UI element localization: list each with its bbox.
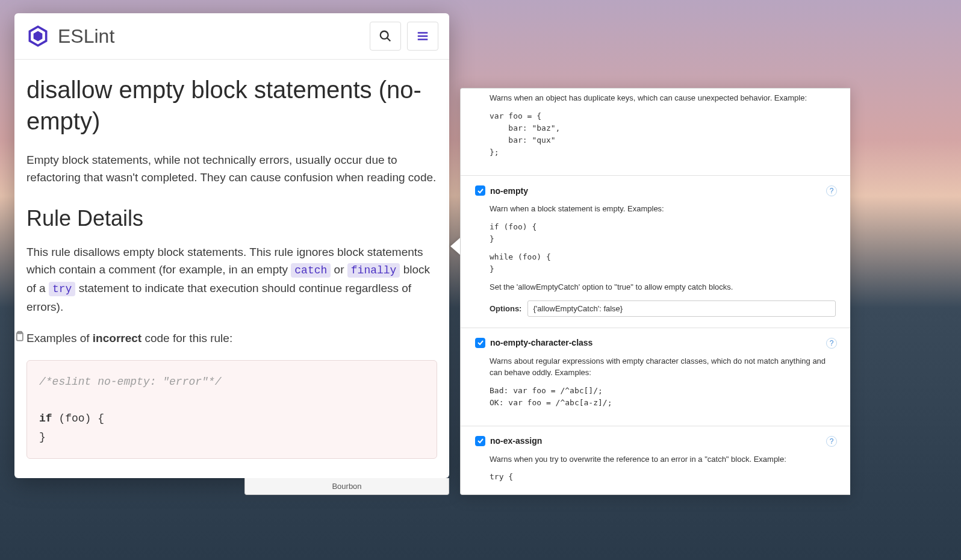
search-icon (379, 30, 392, 43)
help-icon[interactable]: ? (826, 338, 837, 349)
panel-pointer-arrow (450, 238, 460, 255)
header-buttons (370, 22, 438, 51)
eslint-docs-panel: ESLint disallow empty block statements (… (14, 13, 449, 478)
bourbon-tab-label[interactable]: Bourbon (244, 478, 449, 495)
svg-line-3 (387, 38, 391, 42)
hamburger-icon (416, 30, 429, 43)
check-icon (477, 339, 484, 346)
rule-code-example: if (foo) { } (490, 221, 836, 245)
rule-details-heading: Rule Details (26, 206, 437, 231)
rule-description: Warns when you try to overwrite the refe… (490, 453, 836, 465)
svg-point-2 (381, 31, 388, 39)
check-icon (477, 437, 484, 444)
svg-marker-1 (34, 31, 43, 42)
code-comment: /*eslint no-empty: "error"*/ (39, 376, 221, 388)
rule-name: no-empty-character-class (490, 338, 592, 347)
code-example-block: /*eslint no-empty: "error"*/ if (foo) { … (26, 360, 437, 459)
rule-header: no-ex-assign (475, 436, 836, 446)
finally-keyword: finally (347, 263, 400, 278)
docs-header: ESLint (14, 13, 449, 60)
rule-code-example: var foo = { bar: "baz", bar: "qux" }; (490, 110, 836, 159)
rule-description: Warn when a block statement is empty. Ex… (490, 203, 836, 215)
options-label: Options: (490, 304, 521, 313)
options-input[interactable] (527, 300, 836, 317)
logo-group[interactable]: ESLint (25, 23, 114, 49)
help-icon[interactable]: ? (826, 185, 837, 196)
help-icon[interactable]: ? (826, 436, 837, 447)
search-button[interactable] (370, 22, 401, 51)
rule-note: Set the 'allowEmptyCatch' option to "tru… (490, 281, 836, 293)
catch-keyword: catch (291, 263, 331, 278)
rule-description: Warns when an object has duplicate keys,… (490, 92, 836, 104)
page-title: disallow empty block statements (no-empt… (26, 74, 437, 137)
brand-name: ESLint (58, 25, 114, 48)
rule-block-no-empty: ? no-empty Warn when a block statement i… (461, 176, 850, 328)
intro-paragraph: Empty block statements, while not techni… (26, 151, 437, 187)
rule-block-no-dupe-keys: Warns when an object has duplicate keys,… (461, 89, 850, 176)
rule-description: Warns about regular expressions with emp… (490, 355, 836, 379)
rule-checkbox[interactable] (475, 185, 485, 196)
try-keyword: try (49, 282, 75, 296)
clipboard-icon[interactable] (14, 331, 25, 343)
rule-code-example: try { (490, 471, 836, 483)
docs-body: disallow empty block statements (no-empt… (14, 60, 449, 473)
rule-header: no-empty-character-class (475, 338, 836, 348)
options-row: Options: (490, 300, 836, 317)
incorrect-strong: incorrect (93, 332, 142, 344)
eslint-logo-icon (25, 23, 51, 49)
rule-block-no-empty-character-class: ? no-empty-character-class Warns about r… (461, 328, 850, 426)
rule-checkbox[interactable] (475, 338, 485, 348)
rule-details-paragraph: This rule disallows empty block statemen… (26, 243, 437, 316)
check-icon (477, 187, 484, 194)
menu-button[interactable] (407, 22, 438, 51)
rule-code-example: Bad: var foo = /^abc[]/; OK: var foo = /… (490, 385, 836, 409)
rule-header: no-empty (475, 185, 836, 196)
rule-code-example: while (foo) { } (490, 251, 836, 275)
rule-block-no-ex-assign: ? no-ex-assign Warns when you try to ove… (461, 426, 850, 495)
rule-name: no-empty (490, 186, 528, 196)
settings-panel: Warns when an object has duplicate keys,… (460, 88, 850, 495)
examples-paragraph: Examples of incorrect code for this rule… (26, 329, 437, 347)
rule-name: no-ex-assign (490, 436, 542, 446)
rule-checkbox[interactable] (475, 436, 485, 446)
